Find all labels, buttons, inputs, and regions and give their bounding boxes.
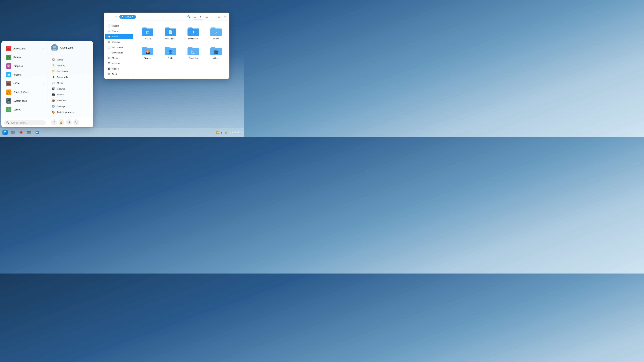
fm-sidebar-documents[interactable]: 📄 Documents bbox=[105, 44, 133, 50]
restart-button[interactable]: ↺ bbox=[66, 119, 72, 125]
folder-downloads[interactable]: ⬇ Downloads bbox=[183, 24, 203, 41]
taskbar-filemanager-button[interactable] bbox=[26, 129, 33, 136]
fm-sidebar-desktop[interactable]: 🖥 Desktop bbox=[105, 39, 133, 44]
sound-video-arrow: › bbox=[43, 91, 44, 93]
svg-text:📐: 📐 bbox=[191, 49, 196, 54]
fm-sidebar-home[interactable]: 🏠 Home bbox=[105, 34, 133, 39]
fm-sidebar-music[interactable]: 🎵 Music bbox=[105, 55, 133, 61]
settings-label: Settings bbox=[57, 105, 65, 108]
minimize-button[interactable]: − bbox=[211, 14, 215, 19]
search-icon: 🔍 bbox=[6, 121, 10, 124]
accessories-icon: 🧰 bbox=[6, 46, 12, 51]
downloads-sidebar-label: Downloads bbox=[112, 51, 123, 54]
videos-sidebar-label: Videos bbox=[112, 67, 119, 70]
fm-sidebar-videos[interactable]: 🎬 Videos bbox=[105, 66, 133, 71]
link-pictures[interactable]: 🖼 Pictures bbox=[51, 86, 90, 92]
pictures-label: Pictures bbox=[57, 88, 65, 90]
fm-sidebar-starred[interactable]: ⭐ Starred bbox=[105, 28, 133, 34]
folder-music[interactable]: ♪ Music bbox=[206, 24, 226, 41]
svg-rect-21 bbox=[36, 132, 38, 132]
pictures-sidebar-icon: 🖼 bbox=[108, 62, 110, 65]
category-graphics[interactable]: 🎨 Graphics › bbox=[3, 62, 47, 70]
category-accessories[interactable]: 🧰 Accessories › bbox=[3, 44, 47, 53]
documents-sidebar-label: Documents bbox=[112, 46, 123, 49]
link-home[interactable]: 🏠 Home bbox=[51, 57, 90, 63]
fm-sidebar-pictures[interactable]: 🖼 Pictures bbox=[105, 61, 133, 66]
svg-point-1 bbox=[53, 45, 56, 48]
link-downloads[interactable]: ⬇ Downloads bbox=[51, 74, 90, 80]
app-menu-search-area: 🔍 bbox=[1, 118, 48, 127]
category-internet[interactable]: ☁️ Internet › bbox=[3, 70, 47, 79]
volume-icon: 🔊 bbox=[220, 131, 223, 134]
taskbar-right: 📶 🔊 🔋 Apr 12 18:18 bbox=[216, 131, 243, 134]
fm-search-button[interactable]: 🔍 bbox=[186, 14, 192, 19]
fm-titlebar: ← → 🏠 Home ▼ 🔍 ☰ ▼ ☰ − □ ✕ bbox=[104, 12, 230, 21]
trash-sidebar-icon: 🗑 bbox=[108, 73, 110, 75]
folder-videos[interactable]: 🎬 Videos bbox=[206, 44, 226, 61]
folder-desktop[interactable]: ◻ Desktop bbox=[138, 24, 158, 41]
category-games[interactable]: 🎮 Games › bbox=[3, 53, 47, 62]
fm-folder-grid: ◻ Desktop 📄 Documents ⬇ Downloads ♪ Musi… bbox=[138, 24, 226, 61]
fm-menu-button[interactable]: ☰ bbox=[204, 14, 209, 19]
taskbar-firefox-button[interactable] bbox=[18, 129, 25, 136]
link-software[interactable]: 📦 Software bbox=[51, 97, 90, 103]
downloads-folder-icon: ⬇ bbox=[187, 26, 199, 36]
documents-sidebar-icon: 📄 bbox=[108, 46, 110, 49]
graphics-label: Graphics bbox=[14, 65, 43, 67]
pictures-folder-icon: 🌄 bbox=[142, 45, 154, 56]
documents-label: Documents bbox=[57, 70, 68, 72]
avatar bbox=[51, 44, 58, 51]
fm-sidebar-trash[interactable]: 🗑 Trash bbox=[105, 71, 133, 77]
taskbar-files-button[interactable] bbox=[10, 129, 17, 136]
category-office[interactable]: 💼 Office › bbox=[3, 79, 47, 88]
folder-pictures[interactable]: 🌄 Pictures bbox=[138, 44, 158, 61]
category-utilities[interactable]: 🔧 Utilities › bbox=[3, 105, 47, 114]
link-settings[interactable]: ⚙️ Settings bbox=[51, 103, 90, 109]
category-sound-video[interactable]: 🎵 Sound & Video › bbox=[3, 88, 47, 96]
link-desktop[interactable]: 🖥 Desktop bbox=[51, 63, 90, 68]
folder-documents[interactable]: 📄 Documents bbox=[160, 24, 180, 41]
downloads-icon: ⬇ bbox=[52, 76, 55, 79]
fm-body: 🕐 Recent ⭐ Starred 🏠 Home 🖥 Desktop 📄 Do… bbox=[104, 21, 230, 79]
music-folder-icon: ♪ bbox=[210, 26, 222, 36]
link-videos[interactable]: 🎬 Videos bbox=[51, 92, 90, 97]
software-label: Software bbox=[57, 99, 66, 102]
videos-folder-label: Videos bbox=[213, 57, 219, 59]
svg-rect-22 bbox=[36, 132, 38, 133]
videos-folder-icon: 🎬 bbox=[210, 45, 222, 56]
user-profile: Artyom Zorin bbox=[51, 44, 90, 54]
svg-text:🎬: 🎬 bbox=[214, 49, 218, 54]
fm-view-dropdown-button[interactable]: ▼ bbox=[198, 14, 203, 19]
pictures-folder-label: Pictures bbox=[144, 57, 151, 59]
link-zorin-appearance[interactable]: 🎨 Zorin Appearance bbox=[51, 109, 90, 115]
fm-back-button[interactable]: ← bbox=[106, 14, 111, 19]
svg-text:◻: ◻ bbox=[146, 30, 149, 34]
app-menu-categories-panel: 🧰 Accessories › 🎮 Games › 🎨 Graphics › ☁… bbox=[1, 41, 48, 127]
fm-list-view-button[interactable]: ☰ bbox=[192, 14, 198, 19]
category-system-tools[interactable]: 🖥️ System Tools › bbox=[3, 96, 47, 105]
fm-location-bar[interactable]: 🏠 Home ▼ bbox=[120, 15, 136, 19]
zorin-menu-button[interactable]: Z bbox=[1, 129, 9, 136]
power-button[interactable]: ⏻ bbox=[73, 119, 79, 125]
fm-sidebar-downloads[interactable]: ⬇ Downloads bbox=[105, 50, 133, 55]
internet-arrow: › bbox=[43, 73, 44, 76]
lock-button[interactable]: 🔒 bbox=[58, 119, 64, 125]
taskbar-left: Z bbox=[1, 129, 216, 136]
search-input[interactable] bbox=[11, 121, 44, 124]
close-button[interactable]: ✕ bbox=[223, 14, 228, 19]
fm-forward-button[interactable]: → bbox=[113, 14, 118, 19]
user-name: Artyom Zorin bbox=[60, 46, 74, 49]
search-box: 🔍 bbox=[4, 120, 46, 125]
window-controls: − □ ✕ bbox=[211, 14, 228, 19]
maximize-button[interactable]: □ bbox=[217, 14, 221, 19]
logout-button[interactable]: ⏎ bbox=[51, 119, 57, 125]
internet-label: Internet bbox=[14, 73, 43, 76]
taskbar-software-button[interactable] bbox=[34, 129, 41, 136]
folder-templates[interactable]: 📐 Templates bbox=[183, 44, 203, 61]
folder-public[interactable]: 👤 Public bbox=[160, 44, 180, 61]
link-documents[interactable]: 📁 Documents bbox=[51, 68, 90, 74]
public-folder-label: Public bbox=[168, 57, 173, 59]
videos-label: Videos bbox=[57, 93, 64, 96]
link-music[interactable]: 🎵 Music bbox=[51, 80, 90, 86]
fm-sidebar-recent[interactable]: 🕐 Recent bbox=[105, 23, 133, 28]
